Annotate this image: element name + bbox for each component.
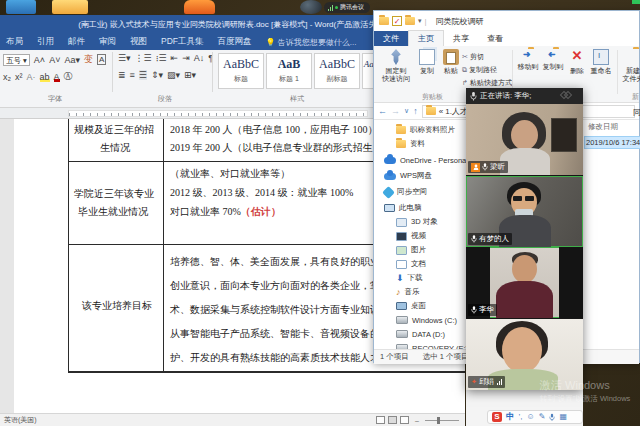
sidebar-item-onedrive[interactable]: OneDrive - Personal: [384, 154, 468, 166]
desktop-icon-folder[interactable]: [52, 0, 88, 14]
shading-icon[interactable]: ▨▾: [167, 70, 180, 80]
read-mode-icon[interactable]: [376, 416, 385, 424]
word-tab-view[interactable]: 视图: [130, 36, 147, 48]
word-tab-pdf-tools[interactable]: PDF工具集: [161, 36, 204, 48]
line-spacing-icon[interactable]: ⇕▾: [151, 70, 163, 80]
video-tile-youmengderen[interactable]: 有梦的人: [466, 176, 583, 247]
explorer-tab-view[interactable]: 查看: [478, 31, 512, 46]
emoji-icon[interactable]: ☺: [527, 412, 535, 422]
desktop-icon-1[interactable]: [6, 0, 36, 14]
shrink-font-icon[interactable]: A˅: [49, 55, 60, 65]
column-header-modified[interactable]: 修改日期: [588, 122, 618, 132]
bullets-icon[interactable]: ☰▾: [118, 53, 131, 63]
quick-access-dropdown-icon[interactable]: ▾: [418, 17, 422, 25]
character-border-icon[interactable]: A: [97, 54, 106, 65]
voice-input-icon[interactable]: [549, 413, 555, 422]
handwriting-icon[interactable]: ✎: [539, 412, 546, 422]
rename-button[interactable]: I 重命名: [588, 49, 614, 75]
tencent-meeting-pill[interactable]: 腾讯会议: [324, 2, 370, 13]
print-layout-icon[interactable]: [388, 416, 397, 424]
align-left-icon[interactable]: ≣: [118, 70, 126, 80]
desktop-icon-globe[interactable]: [300, 0, 322, 14]
quick-access-folder-icon[interactable]: [405, 17, 415, 25]
history-dropdown-icon[interactable]: ∨: [404, 107, 409, 115]
sidebar-item-drive-e[interactable]: RECOVERY (E:): [396, 342, 468, 349]
sidebar-item-this-pc[interactable]: 此电脑: [384, 202, 422, 214]
pin-to-quick-access-button[interactable]: 固定到快速访问: [381, 49, 411, 83]
phonetic-guide-icon[interactable]: 变: [84, 53, 93, 66]
sidebar-item-pictures[interactable]: 图片: [396, 244, 426, 256]
sogou-logo-icon[interactable]: S: [492, 412, 502, 422]
text-effects-icon[interactable]: A·: [27, 72, 36, 82]
decrease-indent-icon[interactable]: ⇤: [171, 53, 179, 63]
desktop-icon-flame[interactable]: [184, 0, 215, 14]
zoom-slider-handle[interactable]: [437, 417, 440, 424]
word-tab-baidu-netdisk[interactable]: 百度网盘: [218, 36, 252, 48]
zoom-slider[interactable]: [425, 420, 459, 421]
sort-icon[interactable]: A↓: [194, 53, 205, 63]
cut-button[interactable]: ✂剪切: [462, 52, 484, 62]
sidebar-item-videos[interactable]: 视频: [396, 230, 426, 242]
video-tile-liangxin[interactable]: 梁昕: [466, 104, 583, 175]
explorer-sidebar[interactable]: 职称资料照片 资料 OneDrive - Personal WPS网盘 同步空间…: [374, 120, 468, 349]
style-subtitle[interactable]: AaBbC 副标题: [314, 53, 360, 89]
word-tellme-box[interactable]: 💡 告诉我您想要做什么...: [266, 37, 357, 48]
highlight-color-icon[interactable]: ab: [40, 72, 50, 82]
move-to-button[interactable]: ➜ 移动到: [515, 49, 541, 71]
word-tab-review[interactable]: 审阅: [99, 36, 116, 48]
enclose-characters-icon[interactable]: Ⓐ: [64, 70, 73, 83]
copy-to-button[interactable]: ➜ 复制到: [540, 49, 566, 71]
paste-shortcut-button[interactable]: ↱粘贴快捷方式: [462, 78, 512, 88]
delete-button[interactable]: ✕ 删除: [566, 49, 588, 75]
align-center-icon[interactable]: ≡: [130, 70, 135, 80]
change-case-icon[interactable]: Aa▾: [64, 55, 80, 65]
sidebar-item-documents[interactable]: 文档: [396, 258, 426, 270]
font-color-icon[interactable]: A: [54, 72, 60, 82]
sidebar-item-folder[interactable]: 资料: [396, 138, 425, 150]
sidebar-item-sync-space[interactable]: 同步空间: [384, 186, 427, 198]
increase-indent-icon[interactable]: ⇥: [182, 53, 190, 63]
explorer-tab-home[interactable]: 主页: [408, 30, 444, 46]
word-tab-mailings[interactable]: 邮件: [68, 36, 85, 48]
address-path-right: 同类院校调研: [633, 107, 640, 118]
sidebar-item-music[interactable]: ♪音乐: [396, 286, 420, 298]
word-tab-layout[interactable]: 布局: [6, 36, 23, 48]
sidebar-item-desktop[interactable]: 桌面: [396, 300, 426, 312]
sogou-input-toolbar[interactable]: S 中 ’, ☺ ✎ ▦: [487, 410, 583, 424]
font-size-select[interactable]: 五号 ▾: [3, 54, 30, 66]
new-folder-button[interactable]: 新建文件夹: [620, 49, 640, 83]
tencent-meeting-label: 腾讯会议: [340, 3, 364, 12]
keyboard-grid-icon[interactable]: ▦: [559, 412, 567, 422]
explorer-titlebar[interactable]: ✓ ▾ | 同类院校调研: [374, 11, 639, 31]
align-justify-icon[interactable]: ☰: [139, 70, 147, 80]
grow-font-icon[interactable]: A˄: [34, 55, 45, 65]
sidebar-item-drive-c[interactable]: Windows (C:): [396, 314, 457, 326]
sidebar-item-3d-objects[interactable]: 3D 对象: [396, 216, 438, 228]
punctuation-icon[interactable]: ’,: [519, 412, 523, 422]
sidebar-item-wps-drive[interactable]: WPS网盘: [384, 170, 432, 182]
multilevel-list-icon[interactable]: ⁝☰: [156, 53, 167, 63]
sidebar-item-drive-d[interactable]: DATA (D:): [396, 328, 445, 340]
forward-icon[interactable]: →: [391, 106, 400, 116]
copy-path-button[interactable]: ⧉复制路径: [462, 65, 497, 75]
explorer-tab-share[interactable]: 共享: [444, 31, 478, 46]
sidebar-item-downloads[interactable]: ⬇下载: [396, 272, 423, 284]
sidebar-item-folder[interactable]: 职称资料照片: [396, 124, 455, 136]
explorer-tab-file[interactable]: 文件: [374, 31, 408, 46]
word-tab-references[interactable]: 引用: [37, 36, 54, 48]
style-heading1[interactable]: AaB 标题 1: [266, 53, 312, 89]
speaking-indicator-bar[interactable]: 正在讲话: 李华;: [466, 88, 583, 104]
superscript-icon[interactable]: x²: [15, 72, 23, 82]
back-icon[interactable]: ←: [378, 106, 387, 116]
language-status[interactable]: 英语(美国): [4, 415, 37, 425]
web-layout-icon[interactable]: [400, 416, 409, 424]
zoom-out-icon[interactable]: –: [415, 417, 419, 424]
up-icon[interactable]: ↑: [413, 106, 418, 116]
borders-icon[interactable]: ⊞▾: [184, 70, 196, 80]
input-mode-chinese[interactable]: 中: [506, 411, 515, 423]
style-heading[interactable]: AaBbC 标题: [218, 53, 264, 89]
numbering-icon[interactable]: ⋮☰: [135, 53, 152, 63]
subscript-icon[interactable]: x₂: [3, 72, 11, 82]
quick-access-check-icon[interactable]: ✓: [392, 16, 402, 26]
video-tile-lihua[interactable]: 李华: [466, 247, 583, 318]
